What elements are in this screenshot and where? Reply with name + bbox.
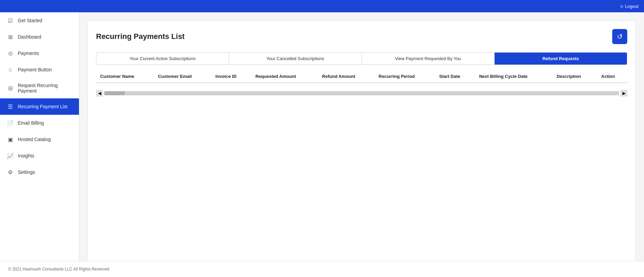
insights-icon: 📈 bbox=[7, 152, 14, 159]
sidebar-item-request-recurring-payment[interactable]: ⊟ Request Recurring Payment bbox=[0, 78, 79, 98]
footer-text: © 2021 Hashcash Consultants LLC All Righ… bbox=[8, 267, 109, 272]
col-description: Description bbox=[552, 70, 597, 83]
page-card: Recurring Payments List ↺ Your Current A… bbox=[88, 20, 636, 261]
col-requested-amount: Requested Amount bbox=[251, 70, 318, 83]
scroll-track: ◀ ▶ bbox=[96, 88, 627, 98]
sidebar-label-payment-button: Payment Button bbox=[18, 67, 52, 72]
col-refund-amount: Refund Amount bbox=[318, 70, 374, 83]
settings-icon: ⚙ bbox=[7, 169, 14, 176]
col-start-date: Start Date bbox=[435, 70, 475, 83]
sidebar-item-hosted-catalog[interactable]: ▣ Hosted Catalog bbox=[0, 131, 79, 148]
col-next-billing-cycle-date: Next Billing Cycle Date bbox=[475, 70, 552, 83]
sidebar-label-dashboard: Dashboard bbox=[18, 34, 41, 40]
logout-label: Logout bbox=[625, 4, 639, 9]
col-recurring-period: Recurring Period bbox=[375, 70, 435, 83]
get-started-icon: ☑ bbox=[7, 17, 14, 24]
col-customer-name: Customer Name bbox=[96, 70, 154, 83]
sidebar-label-hosted-catalog: Hosted Catalog bbox=[18, 137, 51, 142]
dashboard-icon: ⊞ bbox=[7, 33, 14, 40]
table-wrapper: Customer NameCustomer EmailInvoice IDReq… bbox=[96, 70, 627, 83]
payment-button-icon: ⌂ bbox=[7, 66, 14, 73]
col-action: Action bbox=[597, 70, 627, 83]
payments-icon: ⊙ bbox=[7, 50, 14, 57]
sidebar: ☑ Get Started ⊞ Dashboard ⊙ Payments ⌂ P… bbox=[0, 12, 79, 261]
col-invoice-id: Invoice ID bbox=[211, 70, 251, 83]
sidebar-item-settings[interactable]: ⚙ Settings bbox=[0, 164, 79, 180]
content-area: Recurring Payments List ↺ Your Current A… bbox=[79, 12, 644, 261]
sidebar-item-insights[interactable]: 📈 Insights bbox=[0, 148, 79, 164]
logout-button[interactable]: ⎋ Logout bbox=[620, 4, 639, 9]
sidebar-item-payment-button[interactable]: ⌂ Payment Button bbox=[0, 61, 79, 78]
request-recurring-payment-icon: ⊟ bbox=[7, 85, 14, 92]
tab-cancelled-subscriptions[interactable]: Your Cancelled Subscriptions bbox=[229, 53, 362, 65]
scrollbar-thumb[interactable] bbox=[104, 91, 125, 95]
top-bar: ⎋ Logout bbox=[0, 0, 644, 12]
page-title: Recurring Payments List bbox=[96, 32, 185, 41]
sidebar-label-email-billing: Email Billing bbox=[18, 120, 44, 126]
scrollbar-track[interactable] bbox=[104, 91, 619, 95]
refresh-button[interactable]: ↺ bbox=[612, 29, 627, 44]
sidebar-label-payments: Payments bbox=[18, 51, 39, 56]
sidebar-item-get-started[interactable]: ☑ Get Started bbox=[0, 12, 79, 29]
logout-icon: ⎋ bbox=[620, 4, 623, 9]
recurring-payment-list-icon: ☰ bbox=[7, 103, 14, 110]
sidebar-label-recurring-payment-list: Recurring Payment List bbox=[18, 104, 68, 109]
table-header: Customer NameCustomer EmailInvoice IDReq… bbox=[96, 70, 627, 83]
sidebar-item-payments[interactable]: ⊙ Payments bbox=[0, 45, 79, 61]
sidebar-item-recurring-payment-list[interactable]: ☰ Recurring Payment List bbox=[0, 98, 79, 115]
sidebar-item-dashboard[interactable]: ⊞ Dashboard bbox=[0, 29, 79, 45]
sidebar-label-get-started: Get Started bbox=[18, 18, 42, 23]
scroll-right-button[interactable]: ▶ bbox=[620, 90, 627, 97]
main-layout: ☑ Get Started ⊞ Dashboard ⊙ Payments ⌂ P… bbox=[0, 12, 644, 261]
tab-refund-requests[interactable]: Refund Requests bbox=[495, 53, 627, 65]
hosted-catalog-icon: ▣ bbox=[7, 136, 14, 143]
sidebar-label-request-recurring-payment: Request Recurring Payment bbox=[18, 83, 72, 94]
tab-active-subscriptions[interactable]: Your Current Active Subscriptions bbox=[96, 53, 229, 65]
sidebar-label-insights: Insights bbox=[18, 153, 34, 158]
page-header: Recurring Payments List ↺ bbox=[96, 29, 627, 44]
tab-payment-requested[interactable]: View Payment Requested By You bbox=[362, 53, 495, 65]
col-customer-email: Customer Email bbox=[154, 70, 211, 83]
tabs-container: Your Current Active SubscriptionsYour Ca… bbox=[96, 52, 627, 65]
footer: © 2021 Hashcash Consultants LLC All Righ… bbox=[0, 261, 644, 277]
sidebar-item-email-billing[interactable]: 📄 Email Billing bbox=[0, 115, 79, 131]
sidebar-label-settings: Settings bbox=[18, 169, 35, 175]
email-billing-icon: 📄 bbox=[7, 120, 14, 126]
recurring-payments-table: Customer NameCustomer EmailInvoice IDReq… bbox=[96, 70, 627, 83]
scroll-left-button[interactable]: ◀ bbox=[96, 90, 103, 97]
refresh-icon: ↺ bbox=[617, 32, 623, 41]
table-header-row: Customer NameCustomer EmailInvoice IDReq… bbox=[96, 70, 627, 83]
